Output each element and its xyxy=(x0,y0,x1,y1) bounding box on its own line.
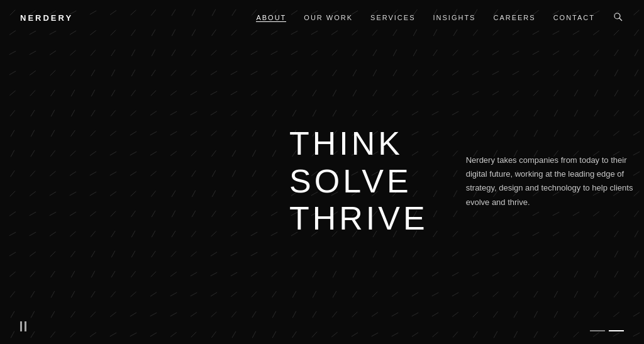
pause-icon xyxy=(20,321,26,331)
hero-line-2: SOLVE xyxy=(289,163,412,199)
search-icon xyxy=(614,13,623,21)
bottom-controls-left xyxy=(20,321,26,331)
main-content: THINK SOLVE THRIVE Nerdery takes compani… xyxy=(0,0,644,344)
hero-line-3: THRIVE xyxy=(289,200,428,236)
nav-item-careers[interactable]: CAREERS xyxy=(493,14,535,21)
hero-title: THINK SOLVE THRIVE xyxy=(289,125,428,238)
hero-line-1: THINK xyxy=(289,125,403,162)
nav-item-services[interactable]: SERVICES xyxy=(370,14,415,21)
hero-section: THINK SOLVE THRIVE Nerdery takes compani… xyxy=(0,125,642,238)
nav-item-insights[interactable]: INSIGHTS xyxy=(433,14,476,21)
search-button[interactable] xyxy=(613,11,624,24)
header: NERDERY ABOUT OUR WORK SERVICES INSIGHTS… xyxy=(0,0,644,35)
slide-indicator-1[interactable] xyxy=(590,330,605,331)
nav-item-contact[interactable]: CONTACT xyxy=(553,14,595,21)
hero-description: Nerdery takes companies from today to th… xyxy=(466,153,642,209)
slide-indicators xyxy=(590,330,624,331)
svg-point-0 xyxy=(614,13,620,19)
hero-headline: THINK SOLVE THRIVE xyxy=(289,125,428,238)
nav-item-about[interactable]: ABOUT xyxy=(256,14,286,22)
nav-item-our-work[interactable]: OUR WORK xyxy=(304,14,353,21)
pause-button[interactable] xyxy=(20,321,26,331)
logo[interactable]: NERDERY xyxy=(20,13,73,23)
slide-indicator-2[interactable] xyxy=(609,330,624,331)
svg-line-1 xyxy=(619,18,622,21)
main-nav: ABOUT OUR WORK SERVICES INSIGHTS CAREERS… xyxy=(256,11,624,24)
